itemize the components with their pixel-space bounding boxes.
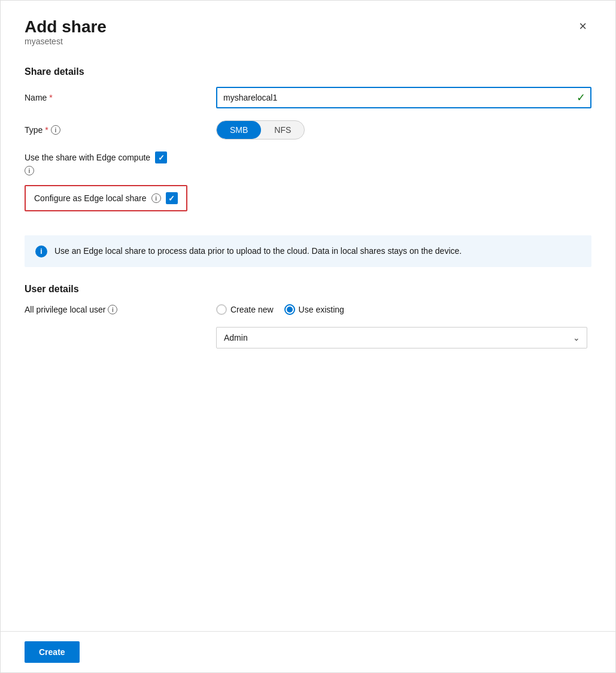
- dialog-footer: Create: [1, 631, 615, 672]
- type-required-star: *: [45, 125, 48, 135]
- name-required-star: *: [49, 93, 52, 102]
- edge-local-label: Configure as Edge local share: [34, 193, 147, 203]
- use-existing-option[interactable]: Use existing: [284, 304, 344, 315]
- share-details-section: Share details Name * ✓ Type * i: [25, 66, 591, 267]
- edge-local-wrapper: Configure as Edge local share i: [25, 185, 591, 223]
- info-banner-text: Use an Edge local share to process data …: [54, 245, 462, 257]
- privilege-label: All privilege local user i: [25, 305, 216, 314]
- use-existing-radio-inner: [287, 307, 293, 313]
- edge-compute-checkbox[interactable]: [155, 151, 167, 163]
- privilege-info-icon[interactable]: i: [108, 305, 117, 314]
- admin-dropdown[interactable]: Admin User1 User2: [216, 327, 587, 348]
- create-new-radio-outer: [216, 304, 227, 315]
- add-share-dialog: Add share myasetest × Share details Name…: [0, 0, 616, 673]
- edge-compute-info-icon[interactable]: i: [25, 166, 34, 175]
- dialog-title: Add share: [25, 17, 107, 37]
- type-field-row: Type * i SMB NFS: [25, 120, 591, 140]
- type-info-icon[interactable]: i: [51, 125, 60, 135]
- nfs-toggle[interactable]: NFS: [261, 121, 304, 139]
- use-existing-radio-outer: [284, 304, 295, 315]
- name-input-wrapper: ✓: [216, 87, 591, 108]
- info-banner-icon: i: [35, 245, 47, 257]
- edge-local-box: Configure as Edge local share i: [25, 185, 187, 211]
- privilege-user-row: All privilege local user i Create new Us…: [25, 304, 591, 315]
- use-existing-label: Use existing: [299, 305, 344, 314]
- user-details-title: User details: [25, 284, 591, 295]
- name-field-row: Name * ✓: [25, 87, 591, 108]
- user-type-radio-group: Create new Use existing: [216, 304, 344, 315]
- user-details-section: User details All privilege local user i …: [25, 284, 591, 348]
- smb-toggle[interactable]: SMB: [217, 121, 261, 139]
- edge-local-info-icon[interactable]: i: [151, 193, 161, 203]
- share-details-title: Share details: [25, 66, 591, 77]
- name-label: Name *: [25, 93, 216, 102]
- create-new-label: Create new: [230, 305, 274, 314]
- create-button[interactable]: Create: [25, 641, 80, 663]
- info-banner: i Use an Edge local share to process dat…: [25, 235, 591, 267]
- type-label: Type * i: [25, 125, 216, 135]
- edge-compute-row: Use the share with Edge compute i: [25, 151, 591, 175]
- edge-compute-label: Use the share with Edge compute: [25, 153, 150, 162]
- check-icon: ✓: [576, 91, 585, 104]
- name-input[interactable]: [216, 87, 591, 108]
- admin-dropdown-wrapper: Admin User1 User2 ⌄: [216, 327, 587, 348]
- type-toggle-group: SMB NFS: [216, 120, 305, 140]
- create-new-option[interactable]: Create new: [216, 304, 274, 315]
- close-button[interactable]: ×: [574, 17, 591, 35]
- dialog-subtitle: myasetest: [25, 37, 107, 46]
- edge-local-checkbox[interactable]: [166, 192, 178, 204]
